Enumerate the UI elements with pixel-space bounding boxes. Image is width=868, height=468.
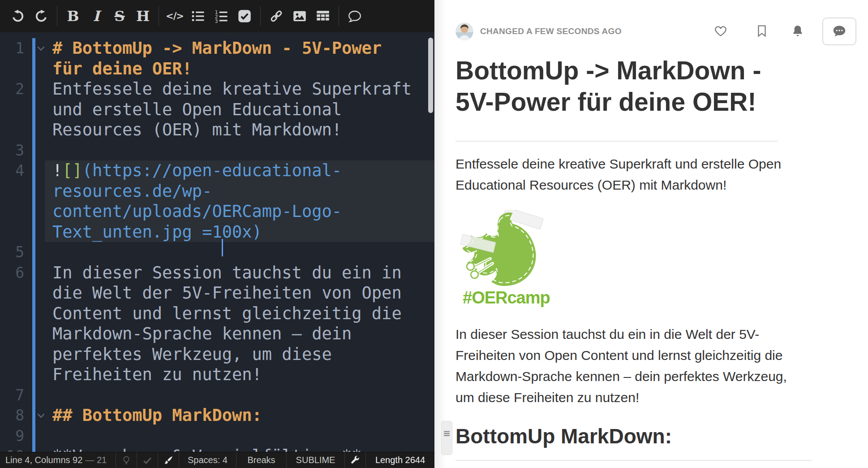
code-row[interactable]: resources.de/wp- [0,181,434,202]
linebreak-setting[interactable]: Breaks [236,452,286,468]
image-icon [293,9,306,23]
editor-toolbar: BISH</>123 [0,0,434,32]
toc-toggle-tab[interactable] [441,421,452,455]
intro-paragraph: Entfessele deine kreative Superkraft und… [455,153,805,195]
indent-setting-label: Spaces: 4 [188,455,228,465]
fold-chevron-icon[interactable] [37,38,45,59]
code-row[interactable]: und erstelle Open Educational [0,100,434,120]
code-row[interactable]: 7 [0,385,434,406]
line-number: 7 [0,385,24,406]
code-row[interactable]: 9 [0,426,434,446]
line-number: 5 [0,242,24,263]
code-row[interactable]: Freiheiten zu nutzen! [0,364,434,385]
keymap-setting-label: SUBLIME [296,455,335,465]
code-text: Freiheiten zu nutzen! [52,364,262,385]
italic-button[interactable]: I [86,0,107,32]
line-number: 8 [0,405,24,426]
code-text: content/uploads/OERCamp-Logo- [52,201,342,222]
code-row[interactable]: Text_unten.jpg =100x) [0,222,434,243]
code-row[interactable]: die Welt der 5V-Freiheiten von Open [0,283,434,303]
preview-header: CHANGED A FEW SECONDS AGO [455,17,856,46]
strikethrough-button[interactable]: S [109,0,130,32]
pane-divider-shadow [434,0,446,468]
bookmark-button[interactable] [755,24,769,39]
hamburger-icon [443,430,450,455]
heading-icon: H [136,9,150,23]
undo-button[interactable] [8,0,28,32]
theme-button[interactable] [158,452,179,468]
cursor-position-label: Line 4, Columns 92 [5,455,82,465]
code-editor[interactable]: 1# BottomUp -> MarkDown - 5V-Powerfür de… [0,32,434,452]
code-row[interactable]: content/uploads/OERCamp-Logo- [0,201,434,222]
section-heading: BottomUp MarkDown: [455,424,812,461]
code-row[interactable]: perfektes Werkzeug, um diese [0,344,434,365]
code-row[interactable]: 6In dieser Session tauchst du ein in [0,263,434,283]
code-lines: 1# BottomUp -> MarkDown - 5V-Powerfür de… [0,38,434,452]
bold-icon: B [67,9,79,23]
code-text: Resources (OER) mit Markdown! [52,120,342,140]
oercamp-logo-caption: #OERcamp [463,288,812,308]
doc-length-label: Length 2644 [375,455,425,465]
like-button[interactable] [714,24,727,39]
fold-chevron-icon[interactable] [37,405,45,426]
code-row[interactable]: 1# BottomUp -> MarkDown - 5V-Power [0,38,434,59]
user-avatar[interactable] [455,22,473,40]
checklist-button[interactable] [234,0,255,32]
oercamp-logo-image: #OERcamp [457,210,812,308]
code-row[interactable]: für deine OER! [0,59,434,79]
heading-button[interactable]: H [133,0,153,32]
brush-icon [163,455,173,465]
indent-setting[interactable]: Spaces: 4 [179,452,236,468]
code-text: resources.de/wp- [52,181,212,202]
toolbar-separator [57,6,57,26]
code-text: ![](https://open-educational- [52,160,342,181]
doc-length: Length 2644 [365,452,434,468]
changed-timestamp: CHANGED A FEW SECONDS AGO [480,26,622,36]
code-text: die Welt der 5V-Freiheiten von Open [52,283,402,303]
subscribe-button[interactable] [791,24,804,39]
checklist-icon [238,9,251,23]
link-button[interactable] [266,0,287,32]
heart-icon [714,24,727,39]
code-text: für deine OER! [52,59,192,79]
code-row[interactable]: Markdown-Sprache kennen – dein [0,324,434,344]
comment-button[interactable] [344,0,365,32]
link-icon [270,9,283,23]
code-row[interactable]: 4![](https://open-educational- [0,160,434,181]
code-row[interactable]: 3 [0,140,434,161]
line-number: 10 [0,446,24,452]
preferences-button[interactable] [344,452,365,468]
table-button[interactable] [313,0,333,32]
markdown-editor-app: BISH</>123 1# BottomUp -> MarkDown - 5V-… [0,0,868,468]
code-text: Text_unten.jpg =100x) [52,222,262,243]
code-text: Content und lernst gleichzeitig die [52,303,402,324]
code-text: **Verwahren & Vervielfältigen** [52,446,362,452]
code-text: # BottomUp -> MarkDown - 5V-Power [52,38,382,59]
code-row[interactable]: 8## BottomUp MarkDown: [0,405,434,426]
code-text: Entfessele deine kreative Superkraft [52,79,412,100]
image-button[interactable] [289,0,310,32]
editor-pane: BISH</>123 1# BottomUp -> MarkDown - 5V-… [0,0,434,468]
code-icon: </> [166,11,184,22]
bullet-list-button[interactable] [188,0,208,32]
keymap-setting[interactable]: SUBLIME [286,452,344,468]
code-text: perfektes Werkzeug, um diese [52,344,332,365]
editor-scrollbar[interactable] [428,38,433,113]
code-button[interactable]: </> [164,0,185,32]
comments-button[interactable] [822,17,856,45]
code-row[interactable]: 5 [0,242,434,263]
spellcheck-toggle[interactable] [137,452,158,468]
preview-pane: CHANGED A FEW SECONDS AGO BottomUp -> Ma… [434,0,868,468]
bold-button[interactable]: B [63,0,83,32]
editor-statusbar: Line 4, Columns 92— 21Spaces: 4BreaksSUB… [0,452,434,468]
bookmark-icon [755,24,769,39]
night-mode-toggle[interactable] [116,452,137,468]
code-row[interactable]: 2Entfessele deine kreative Superkraft [0,79,434,100]
numbered-list-button[interactable]: 123 [211,0,232,32]
line-number: 1 [0,38,24,59]
redo-button[interactable] [31,0,52,32]
code-row[interactable]: 10**Verwahren & Vervielfältigen** [0,446,434,452]
code-row[interactable]: Content und lernst gleichzeitig die [0,303,434,324]
linebreak-setting-label: Breaks [247,455,275,465]
code-row[interactable]: Resources (OER) mit Markdown! [0,120,434,140]
